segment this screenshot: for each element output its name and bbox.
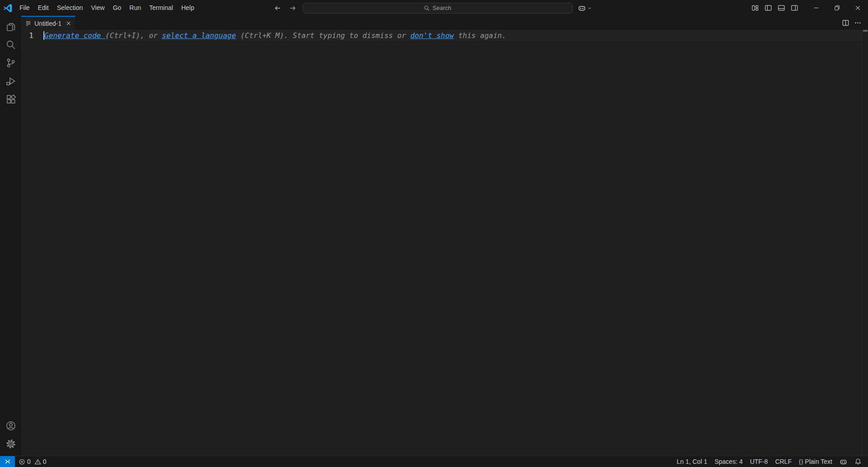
code-line-1: 1 Generate code (Ctrl+I), or select a la… [21,30,862,41]
explorer-icon[interactable] [0,18,21,36]
menu-run[interactable]: Run [125,0,145,16]
menu-file[interactable]: File [15,0,34,16]
warnings-count: 0 [43,458,47,465]
problems-status[interactable]: 0 0 [15,456,52,467]
search-view-icon[interactable] [0,36,21,54]
language-mode-label: Plain Text [805,458,832,465]
placeholder-link[interactable]: don't show [410,31,454,40]
title-bar: File Edit Selection View Go Run Terminal… [0,0,868,16]
toggle-secondary-sidebar-button[interactable] [788,2,801,14]
placeholder-text: (Ctrl+I), or [105,31,162,40]
cursor-position-marker [863,30,868,32]
editor-tab-bar: Untitled-1 [21,16,868,30]
notifications-bell-icon[interactable] [851,456,865,467]
status-bar: 0 0 Ln 1, Col 1 Spaces: 4 UTF-8 CRLF { }… [0,456,868,467]
tab-label: Untitled-1 [34,20,62,27]
activity-bar [0,16,21,456]
braces-icon: { } [799,458,802,465]
copilot-status-icon[interactable] [836,456,851,467]
toggle-primary-sidebar-button[interactable] [762,2,775,14]
placeholder-link[interactable]: Generate code [44,31,105,40]
customize-layout-button[interactable] [749,2,762,14]
warnings-icon [34,458,41,465]
chevron-down-icon [587,5,592,11]
restore-button[interactable] [826,0,847,16]
menu-go[interactable]: Go [109,0,125,16]
menu-help[interactable]: Help [177,0,199,16]
language-mode-status[interactable]: { } Plain Text [795,456,836,467]
menu-view[interactable]: View [87,0,109,16]
accounts-icon[interactable] [0,417,21,435]
remote-indicator[interactable] [0,456,15,467]
editor-pane[interactable]: 1 Generate code (Ctrl+I), or select a la… [21,30,868,456]
toggle-panel-button[interactable] [775,2,788,14]
menu-selection[interactable]: Selection [53,0,87,16]
search-icon [423,5,430,11]
menu-bar: File Edit Selection View Go Run Terminal… [15,0,198,16]
errors-icon [19,458,25,465]
minimize-button[interactable] [806,0,826,16]
errors-count: 0 [27,458,31,465]
vscode-logo-icon [0,0,15,16]
copilot-icon [578,4,586,12]
overview-ruler [862,30,868,456]
cursor-position-status[interactable]: Ln 1, Col 1 [673,456,711,467]
encoding-status[interactable]: UTF-8 [746,456,772,467]
search-placeholder: Search [432,5,451,11]
indentation-status[interactable]: Spaces: 4 [711,456,746,467]
split-editor-icon[interactable] [842,19,849,27]
editor-placeholder-text: Generate code (Ctrl+I), or select a lang… [43,31,506,40]
go-back-button[interactable] [271,2,283,14]
vscode-window: File Edit Selection View Go Run Terminal… [0,0,868,467]
placeholder-text: (Ctrl+K M). Start typing to dismiss or [236,31,410,40]
search-input[interactable]: Search [302,3,573,14]
source-control-icon[interactable] [0,54,21,72]
menu-edit[interactable]: Edit [34,0,53,16]
extensions-icon[interactable] [0,90,21,108]
more-actions-icon[interactable] [854,19,862,27]
placeholder-link[interactable]: select a language [162,31,236,40]
file-icon [25,20,32,27]
go-forward-button[interactable] [287,2,299,14]
line-number: 1 [21,31,43,40]
tab-close-icon[interactable] [66,20,71,26]
eol-status[interactable]: CRLF [772,456,796,467]
run-and-debug-icon[interactable] [0,72,21,90]
copilot-menu-button[interactable] [576,3,593,13]
menu-terminal[interactable]: Terminal [145,0,177,16]
tab-untitled-1[interactable]: Untitled-1 [21,16,76,30]
placeholder-text: this again. [454,31,507,40]
close-window-button[interactable] [847,0,868,16]
settings-gear-icon[interactable] [0,435,21,453]
